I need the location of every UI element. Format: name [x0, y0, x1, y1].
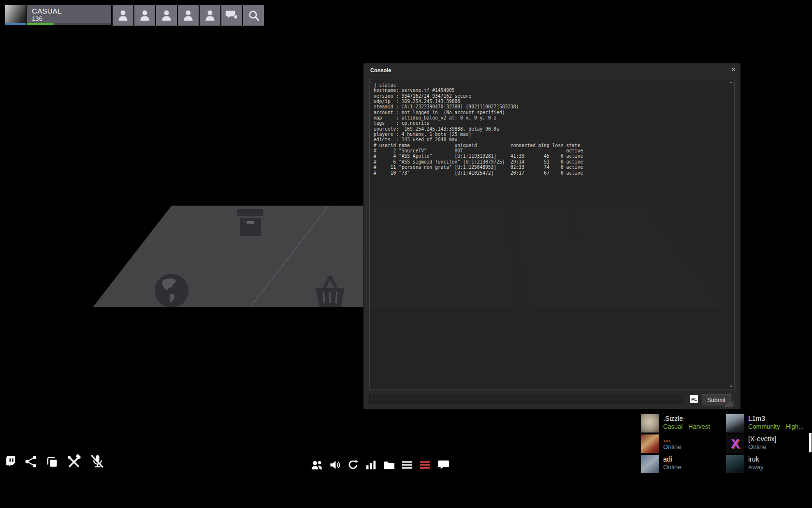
- avatar: [641, 414, 659, 433]
- bottom-left-toolbar: [4, 454, 105, 469]
- mode-label: CASUAL: [32, 7, 62, 15]
- party-slot-button[interactable]: [178, 5, 199, 26]
- friend-row[interactable]: adi Online: [641, 455, 726, 475]
- top-bar: CASUAL 136: [5, 5, 264, 26]
- friend-name: iruk: [748, 455, 764, 463]
- console-line: steamid : [A:1:2323390470:32388] (902111…: [374, 104, 730, 109]
- party-slot-button[interactable]: [156, 5, 177, 26]
- friend-info: iruk Away: [748, 455, 764, 471]
- keyboard-language-badge[interactable]: PL: [690, 395, 698, 403]
- console-line: edicts : 143 used of 2048 max: [374, 137, 730, 142]
- avatar: [726, 414, 744, 433]
- console-line: tags : cp,nocrits: [374, 120, 730, 126]
- friend-name: ,,,,: [663, 435, 682, 443]
- avatar-frame-strip: [5, 23, 26, 25]
- console-line: # 4 "ASS Apollo" [U:1:119319281] 41:39 4…: [374, 153, 730, 159]
- folder-icon[interactable]: [383, 460, 395, 470]
- group-icon[interactable]: [311, 460, 323, 470]
- globe-icon: [154, 272, 189, 309]
- console-line: # 11 "persona non grata" [U:1:125648953]…: [374, 164, 730, 170]
- search-icon: [247, 9, 260, 22]
- party-slot-buttons: [113, 5, 264, 26]
- friend-status: Casual - Harvest: [663, 423, 710, 431]
- friend-row[interactable]: iruk Away: [726, 455, 811, 475]
- console-scrollbar[interactable]: ▲ ▼: [728, 79, 734, 389]
- player-avatar[interactable]: [5, 5, 26, 25]
- speaker-icon[interactable]: [330, 460, 341, 470]
- casual-rank-panel[interactable]: CASUAL 136: [27, 5, 111, 25]
- console-line: account : not logged in (No account spec…: [374, 110, 730, 115]
- friend-info: ,,,, Online: [663, 434, 682, 451]
- friend-info: .Sizzle Casual - Harvest: [663, 414, 710, 431]
- friend-row[interactable]: ,,,, Online: [641, 434, 726, 455]
- friend-slot-icon: [116, 9, 130, 22]
- twitch-icon[interactable]: [4, 455, 16, 468]
- friend-slot-icon: [182, 9, 195, 22]
- avatar: [641, 434, 659, 453]
- party-slot-button[interactable]: [200, 5, 220, 26]
- friend-status: Away: [748, 463, 764, 471]
- menu-icon[interactable]: [402, 460, 413, 470]
- copy-icon[interactable]: [45, 455, 58, 468]
- friend-slot-icon: [160, 9, 173, 22]
- archive-box-icon: [235, 208, 266, 237]
- console-line: udp/ip : 169.254.245.143:39888: [374, 99, 730, 104]
- friend-status: Online: [663, 443, 682, 451]
- menu-red-icon[interactable]: [420, 460, 431, 470]
- scroll-up-icon[interactable]: ▲: [728, 80, 734, 84]
- avatar: [726, 455, 744, 473]
- bar-chart-icon[interactable]: [365, 460, 377, 470]
- party-slot-button[interactable]: [113, 5, 133, 26]
- friend-row[interactable]: .Sizzle Casual - Harvest: [641, 414, 726, 434]
- console-line: sourcetv: 169.254.245.143:39888, delay 9…: [374, 126, 730, 132]
- console-line: version : 9347162/24 9347162 secure: [374, 93, 730, 99]
- avatar: [641, 455, 659, 473]
- xp-progress-bar: [27, 23, 111, 25]
- scroll-down-icon[interactable]: ▼: [728, 385, 734, 388]
- console-title: Console: [370, 67, 391, 73]
- xp-progress-fill: [27, 23, 54, 25]
- console-line: # 6 "ASS sigmoid funciton" [U:1:21307972…: [374, 159, 730, 164]
- friend-info: [X-evetix] Online: [748, 434, 776, 451]
- level-number: 136: [32, 15, 43, 22]
- friend-status: Community - High...: [748, 423, 804, 431]
- friend-row[interactable]: L1m3 Community - High...: [726, 414, 811, 434]
- basket-icon: [312, 273, 348, 309]
- console-line: map : ultiduo_baloo_v2 at: 0 x, 0 y, 0 z: [374, 115, 730, 120]
- party-slot-button[interactable]: [134, 5, 155, 26]
- party-chat-button[interactable]: [221, 5, 242, 26]
- close-icon[interactable]: ✕: [731, 66, 736, 73]
- console-line: # userid name uniqueid connected ping lo…: [374, 143, 730, 148]
- friends-scrollbar-thumb[interactable]: [809, 433, 812, 452]
- chat-icon: [225, 9, 239, 21]
- share-nodes-icon[interactable]: [24, 455, 38, 468]
- mic-muted-icon[interactable]: [89, 454, 105, 469]
- friend-info: L1m3 Community - High...: [748, 414, 804, 431]
- crossed-tools-icon[interactable]: [66, 454, 81, 469]
- friend-slot-icon: [138, 9, 151, 22]
- refresh-icon[interactable]: [348, 459, 359, 470]
- console-line: # 2 "SourceTV" BOT active: [374, 148, 730, 153]
- search-button[interactable]: [243, 5, 264, 26]
- friend-name: .Sizzle: [663, 415, 710, 423]
- submit-button[interactable]: Submit: [702, 394, 731, 405]
- friend-status: Online: [663, 463, 682, 471]
- avatar: [726, 434, 744, 453]
- console-window: Console ✕ ] statushostname: serveme.tf #…: [363, 63, 740, 409]
- console-line: players : 4 humans, 1 bots (25 max): [374, 132, 730, 137]
- console-output-panel[interactable]: ] statushostname: serveme.tf #1454905ver…: [369, 79, 735, 389]
- bottom-center-toolbar: [311, 459, 450, 470]
- friend-status: Online: [748, 443, 776, 451]
- friend-slot-icon: [203, 9, 217, 22]
- console-line: # 10 "73" [U:1:41025472] 20:17 67 0 acti…: [374, 170, 730, 176]
- console-output: ] statushostname: serveme.tf #1454905ver…: [374, 82, 730, 176]
- friend-row[interactable]: [X-evetix] Online: [726, 434, 811, 455]
- console-line: ] status: [374, 82, 730, 88]
- console-command-input[interactable]: [369, 394, 682, 403]
- friend-info: adi Online: [663, 455, 682, 471]
- chat-bubble-icon[interactable]: [437, 460, 450, 470]
- console-line: hostname: serveme.tf #1454905: [374, 88, 730, 93]
- friend-name: adi: [663, 455, 682, 463]
- console-input-row: PL Submit: [369, 394, 735, 404]
- friend-name: L1m3: [748, 415, 804, 423]
